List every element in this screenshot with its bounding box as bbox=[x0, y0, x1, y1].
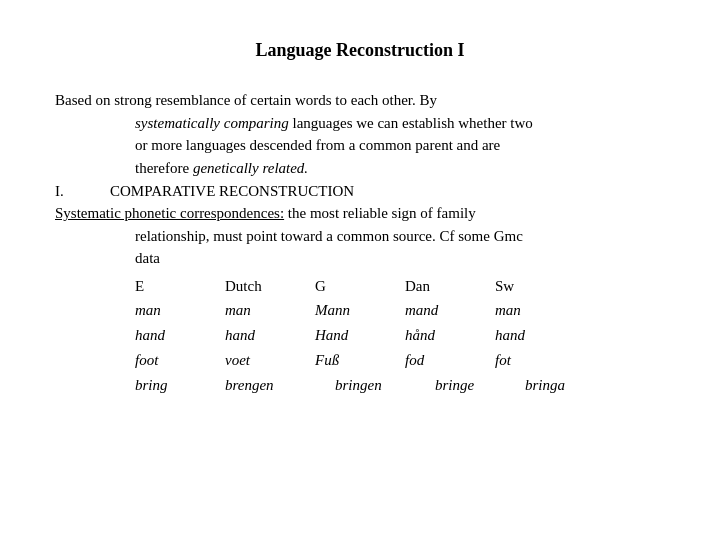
data-table: E Dutch G Dan Sw man man Mann mand man h… bbox=[55, 274, 665, 398]
intro-line2-rest: languages we can establish whether two bbox=[289, 115, 533, 131]
correspondences-label: Systematic phonetic correspondences: bbox=[55, 205, 284, 221]
col-header-g: G bbox=[315, 274, 405, 299]
table-row: hand hand Hand hånd hand bbox=[135, 323, 665, 348]
cell-1-4: hand bbox=[495, 323, 585, 348]
col-header-dan: Dan bbox=[405, 274, 495, 299]
intro-line3: or more languages descended from a commo… bbox=[55, 134, 665, 157]
corr-line2: relationship, must point toward a common… bbox=[55, 225, 665, 248]
section-text: COMPARATIVE RECONSTRUCTION bbox=[110, 183, 665, 200]
cell-1-3: hånd bbox=[405, 323, 495, 348]
table-header-row: E Dutch G Dan Sw bbox=[135, 274, 665, 299]
cell-0-1: man bbox=[225, 298, 315, 323]
intro-block: Based on strong resemblance of certain w… bbox=[55, 89, 665, 179]
intro-line1: Based on strong resemblance of certain w… bbox=[55, 92, 437, 108]
cell-0-0: man bbox=[135, 298, 225, 323]
page-title: Language Reconstruction I bbox=[55, 40, 665, 61]
cell-3-2: bringen bbox=[335, 373, 435, 398]
table-row: foot voet Fuß fod fot bbox=[135, 348, 665, 373]
cell-1-0: hand bbox=[135, 323, 225, 348]
cell-0-4: man bbox=[495, 298, 585, 323]
intro-line4: therefore genetically related. bbox=[55, 157, 665, 180]
cell-3-1: brengen bbox=[225, 373, 335, 398]
cell-3-4: bringa bbox=[525, 373, 615, 398]
cell-3-3: bringe bbox=[435, 373, 525, 398]
cell-2-0: foot bbox=[135, 348, 225, 373]
intro-genetically: genetically related. bbox=[193, 160, 308, 176]
cell-1-2: Hand bbox=[315, 323, 405, 348]
cell-0-2: Mann bbox=[315, 298, 405, 323]
cell-3-0: bring bbox=[135, 373, 225, 398]
cell-2-4: fot bbox=[495, 348, 585, 373]
cell-1-1: hand bbox=[225, 323, 315, 348]
correspondences-block: Systematic phonetic correspondences: the… bbox=[55, 202, 665, 270]
col-header-e: E bbox=[135, 274, 225, 299]
col-header-sw: Sw bbox=[495, 274, 585, 299]
intro-line2: systematically comparing languages we ca… bbox=[55, 112, 665, 135]
cell-2-2: Fuß bbox=[315, 348, 405, 373]
page: Language Reconstruction I Based on stron… bbox=[0, 0, 720, 540]
table-row: bring brengen bringen bringe bringa bbox=[135, 373, 665, 398]
corr-data: data bbox=[55, 247, 665, 270]
cell-2-3: fod bbox=[405, 348, 495, 373]
section-label: I. bbox=[55, 183, 110, 200]
intro-therefore: therefore bbox=[135, 160, 193, 176]
col-header-dutch: Dutch bbox=[225, 274, 315, 299]
correspondences-rest: the most reliable sign of family bbox=[284, 205, 476, 221]
table-row: man man Mann mand man bbox=[135, 298, 665, 323]
section-comparative: I. COMPARATIVE RECONSTRUCTION bbox=[55, 183, 665, 200]
cell-2-1: voet bbox=[225, 348, 315, 373]
cell-0-3: mand bbox=[405, 298, 495, 323]
intro-italic-start: systematically comparing bbox=[135, 115, 289, 131]
